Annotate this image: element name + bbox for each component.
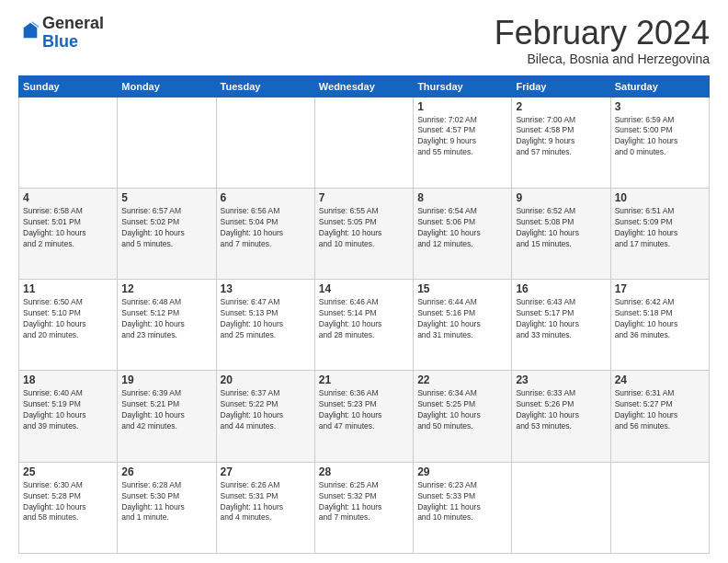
day-info-line: and 0 minutes. — [615, 147, 705, 158]
day-info-line: and 23 minutes. — [121, 330, 211, 341]
day-info-line: Sunset: 5:01 PM — [23, 217, 113, 228]
day-info-line: Daylight: 10 hours — [615, 319, 705, 330]
day-info-line: Daylight: 10 hours — [615, 228, 705, 239]
day-number: 7 — [319, 191, 409, 204]
calendar-cell: 24Sunrise: 6:31 AMSunset: 5:27 PMDayligh… — [610, 371, 709, 462]
calendar-cell: 12Sunrise: 6:48 AMSunset: 5:12 PMDayligh… — [118, 280, 216, 371]
day-info-line: Daylight: 10 hours — [516, 410, 606, 421]
day-info-line: Daylight: 10 hours — [516, 319, 606, 330]
day-info-line: Sunset: 5:17 PM — [516, 308, 606, 319]
day-info-line: Sunset: 5:09 PM — [615, 217, 705, 228]
day-of-week-tuesday: Tuesday — [216, 75, 314, 97]
day-info-line: Sunrise: 6:59 AM — [615, 115, 705, 126]
day-info-line: Daylight: 10 hours — [319, 410, 409, 421]
day-info-line: Sunset: 5:31 PM — [221, 491, 311, 502]
day-number: 20 — [221, 373, 311, 386]
calendar-cell: 23Sunrise: 6:33 AMSunset: 5:26 PMDayligh… — [512, 371, 610, 462]
day-number: 10 — [615, 191, 705, 204]
day-info-line: Daylight: 10 hours — [121, 319, 211, 330]
day-number: 19 — [121, 373, 211, 386]
day-info-line: Sunset: 5:00 PM — [615, 125, 705, 136]
calendar-cell: 11Sunrise: 6:50 AMSunset: 5:10 PMDayligh… — [19, 280, 118, 371]
day-info-line: Daylight: 10 hours — [417, 228, 507, 239]
logo-blue-text: Blue — [42, 32, 78, 51]
calendar-cell — [512, 462, 610, 553]
calendar-title: February 2024 — [495, 15, 710, 52]
calendar-cell: 2Sunrise: 7:00 AMSunset: 4:58 PMDaylight… — [512, 97, 610, 188]
calendar-cell — [118, 97, 216, 188]
day-info-line: Daylight: 11 hours — [221, 502, 311, 513]
day-info-line: and 7 minutes. — [319, 512, 409, 523]
calendar-cell: 25Sunrise: 6:30 AMSunset: 5:28 PMDayligh… — [19, 462, 118, 553]
day-info-line: Sunrise: 6:43 AM — [516, 297, 606, 308]
day-info-line: Daylight: 10 hours — [516, 228, 606, 239]
calendar-body: 1Sunrise: 7:02 AMSunset: 4:57 PMDaylight… — [19, 97, 710, 553]
day-info-line: Daylight: 11 hours — [121, 502, 211, 513]
day-info-line: and 47 minutes. — [319, 421, 409, 432]
day-of-week-friday: Friday — [512, 75, 610, 97]
logo: General Blue — [18, 15, 104, 52]
day-of-week-saturday: Saturday — [610, 75, 709, 97]
day-info-line: Daylight: 10 hours — [221, 410, 311, 421]
day-info-line: Sunrise: 6:46 AM — [319, 297, 409, 308]
calendar-cell — [216, 97, 314, 188]
day-info-line: and 56 minutes. — [615, 421, 705, 432]
day-info-line: Daylight: 10 hours — [417, 319, 507, 330]
calendar-cell: 26Sunrise: 6:28 AMSunset: 5:30 PMDayligh… — [118, 462, 216, 553]
day-info-line: Sunset: 5:12 PM — [121, 308, 211, 319]
calendar-week-row: 25Sunrise: 6:30 AMSunset: 5:28 PMDayligh… — [19, 462, 710, 553]
day-number: 23 — [516, 373, 606, 386]
day-info-line: Daylight: 10 hours — [23, 319, 113, 330]
day-info-line: Sunset: 5:33 PM — [417, 491, 507, 502]
day-number: 5 — [121, 191, 211, 204]
day-info-line: Sunrise: 6:42 AM — [615, 297, 705, 308]
day-info-line: Sunrise: 6:31 AM — [615, 388, 705, 399]
calendar-cell: 4Sunrise: 6:58 AMSunset: 5:01 PMDaylight… — [19, 188, 118, 279]
day-number: 16 — [516, 282, 606, 295]
day-info-line: Daylight: 10 hours — [23, 502, 113, 513]
day-info-line: Sunrise: 6:26 AM — [221, 480, 311, 491]
calendar-cell: 19Sunrise: 6:39 AMSunset: 5:21 PMDayligh… — [118, 371, 216, 462]
day-of-week-wednesday: Wednesday — [314, 75, 413, 97]
calendar-cell: 29Sunrise: 6:23 AMSunset: 5:33 PMDayligh… — [414, 462, 512, 553]
day-info-line: Sunrise: 6:56 AM — [221, 206, 311, 217]
calendar-week-row: 11Sunrise: 6:50 AMSunset: 5:10 PMDayligh… — [19, 280, 710, 371]
header: General Blue February 2024 Bileca, Bosni… — [18, 15, 710, 66]
calendar-cell — [19, 97, 118, 188]
day-of-week-sunday: Sunday — [19, 75, 118, 97]
day-info-line: Sunrise: 6:33 AM — [516, 388, 606, 399]
day-info-line: Sunset: 5:05 PM — [319, 217, 409, 228]
calendar-week-row: 18Sunrise: 6:40 AMSunset: 5:19 PMDayligh… — [19, 371, 710, 462]
calendar-table: SundayMondayTuesdayWednesdayThursdayFrid… — [18, 75, 710, 554]
day-info-line: Sunset: 5:25 PM — [417, 399, 507, 410]
day-info-line: Sunset: 5:14 PM — [319, 308, 409, 319]
day-number: 12 — [121, 282, 211, 295]
day-info-line: and 4 minutes. — [221, 512, 311, 523]
day-info-line: and 53 minutes. — [516, 421, 606, 432]
calendar-cell: 20Sunrise: 6:37 AMSunset: 5:22 PMDayligh… — [216, 371, 314, 462]
day-number: 15 — [417, 282, 507, 295]
day-info-line: and 31 minutes. — [417, 330, 507, 341]
day-number: 14 — [319, 282, 409, 295]
day-info-line: and 10 minutes. — [319, 239, 409, 250]
calendar-cell: 21Sunrise: 6:36 AMSunset: 5:23 PMDayligh… — [314, 371, 413, 462]
day-info-line: Sunset: 5:08 PM — [516, 217, 606, 228]
calendar-cell: 5Sunrise: 6:57 AMSunset: 5:02 PMDaylight… — [118, 188, 216, 279]
calendar-week-row: 4Sunrise: 6:58 AMSunset: 5:01 PMDaylight… — [19, 188, 710, 279]
calendar-cell: 3Sunrise: 6:59 AMSunset: 5:00 PMDaylight… — [610, 97, 709, 188]
calendar-cell — [314, 97, 413, 188]
day-info-line: Sunset: 5:28 PM — [23, 491, 113, 502]
calendar-cell: 27Sunrise: 6:26 AMSunset: 5:31 PMDayligh… — [216, 462, 314, 553]
calendar-cell: 9Sunrise: 6:52 AMSunset: 5:08 PMDaylight… — [512, 188, 610, 279]
day-info-line: Sunset: 5:13 PM — [221, 308, 311, 319]
day-info-line: and 36 minutes. — [615, 330, 705, 341]
day-info-line: Sunrise: 6:55 AM — [319, 206, 409, 217]
day-info-line: Sunset: 5:18 PM — [615, 308, 705, 319]
day-number: 24 — [615, 373, 705, 386]
day-info-line: Daylight: 10 hours — [121, 228, 211, 239]
day-info-line: and 7 minutes. — [221, 239, 311, 250]
day-info-line: and 28 minutes. — [319, 330, 409, 341]
calendar-week-row: 1Sunrise: 7:02 AMSunset: 4:57 PMDaylight… — [19, 97, 710, 188]
day-info-line: Daylight: 11 hours — [319, 502, 409, 513]
day-info-line: and 17 minutes. — [615, 239, 705, 250]
